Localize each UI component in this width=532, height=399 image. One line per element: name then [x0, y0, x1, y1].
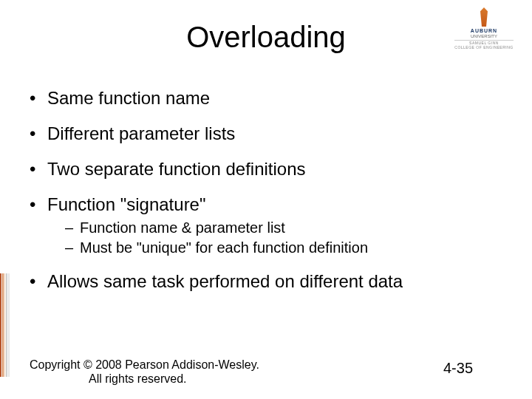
slide-body: Same function name Different parameter l…	[30, 87, 502, 306]
copyright: Copyright © 2008 Pearson Addison-Wesley.…	[30, 358, 259, 386]
sub-bullet-item: Must be "unique" for each function defin…	[65, 239, 502, 257]
slide: AUBURN UNIVERSITY SAMUEL GINN COLLEGE OF…	[0, 0, 532, 399]
bullet-item: Allows same task performed on different …	[30, 270, 502, 293]
left-accent-bars	[0, 273, 10, 377]
bullet-text: Same function name	[47, 88, 210, 108]
sub-bullet-text: Must be "unique" for each function defin…	[80, 239, 368, 256]
bullet-item: Two separate function definitions	[30, 158, 502, 180]
bullet-item: Same function name	[30, 87, 502, 109]
bullet-text: Allows same task performed on different …	[47, 271, 403, 291]
bullet-text: Different parameter lists	[47, 123, 235, 143]
copyright-line2: All rights reserved.	[30, 372, 259, 386]
bullet-item: Function "signature" Function name & par…	[30, 194, 502, 257]
bullet-item: Different parameter lists	[30, 123, 502, 145]
slide-title: Overloading	[0, 21, 532, 54]
sub-bullet-text: Function name & parameter list	[80, 219, 285, 236]
copyright-line1: Copyright © 2008 Pearson Addison-Wesley.	[30, 358, 259, 372]
bullet-text: Function "signature"	[47, 194, 206, 214]
bullet-text: Two separate function definitions	[47, 159, 306, 179]
sub-bullet-item: Function name & parameter list	[65, 219, 502, 237]
page-number: 4-35	[443, 360, 473, 377]
